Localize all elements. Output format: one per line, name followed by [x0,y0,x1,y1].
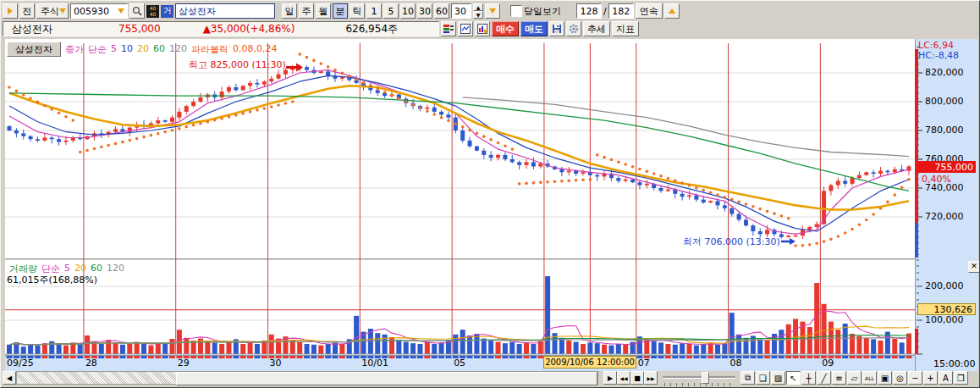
eraser-icon[interactable]: ▱ [847,371,862,385]
chart-scrollbar[interactable] [16,371,598,385]
legend-item: 20 [137,43,149,56]
region-select-icon[interactable]: ▨ [771,371,785,385]
erase-all-icon[interactable]: ALL [862,371,877,385]
code-input[interactable]: 005930 [70,3,128,19]
trendline-tool-icon[interactable]: ╱ [817,371,831,385]
new-window-icon[interactable]: ❒ [954,371,968,385]
replay-rewind-button[interactable]: ◀◀ [617,371,630,385]
replay-speed-slider[interactable] [663,372,735,384]
replay-stop-button[interactable]: ■ [630,371,644,385]
settings-button[interactable] [566,21,581,36]
slider-thumb[interactable] [702,372,709,384]
info-stock-name: 삼성전자 [12,22,52,36]
fibonacci-tool-icon[interactable]: ≡ [832,371,846,385]
chart-export-icon [477,24,487,34]
minute-spinner[interactable]: ▲▼ [473,3,483,19]
legend-item: 종가 [65,43,84,56]
chart-grid-icon: 40 40 [146,5,159,18]
bar-total-input[interactable]: 182 [608,3,634,19]
interval-dropdown-button[interactable] [485,3,500,19]
price-tick-label: 800,000 [925,96,964,107]
collapse-button[interactable] [664,3,680,19]
time-axis-day-label: 09 [822,358,834,369]
price-tick-label: 740,000 [925,182,964,193]
buy-button[interactable]: 매수 [492,21,519,36]
compare-button[interactable] [441,21,456,36]
replay-play-button[interactable]: ▶ [603,371,617,385]
period-button-일[interactable]: 일 [282,3,297,19]
continuous-button[interactable]: 연속 [636,3,663,19]
chart-window: 전 주식 005930 40 40 거 삼성전자 일주월분틱 15103060 … [0,0,980,388]
dayview-checkbox[interactable] [510,5,522,17]
time-axis-day-label: 08 [730,358,742,369]
spinner-down-icon[interactable]: ▼ [473,11,483,19]
sell-button[interactable]: 매도 [520,21,548,36]
zoom-in-icon[interactable]: + [923,371,938,385]
slider-track [663,376,735,379]
time-axis-day-label: 10/01 [361,358,388,369]
price-tick-label: 820,000 [925,67,964,78]
period-button-틱[interactable]: 틱 [350,3,365,19]
chevron-down-icon [118,8,124,14]
minute-button-30[interactable]: 30 [417,3,432,19]
period-button-분[interactable]: 분 [333,3,348,19]
replay-forward-button[interactable]: ▶▶ [644,371,658,385]
chevron-down-icon [489,8,496,14]
save-button[interactable] [549,21,564,36]
spinner-up-icon[interactable]: ▲ [473,3,483,11]
pane-divider[interactable] [5,258,915,261]
stock-info-panel: 삼성전자 755,000 ▲35,000(+4,86%) 626,954주 [3,21,439,36]
zoom-tool-icon[interactable]: ◎ [893,371,907,385]
price-tick-label: 720,000 [925,211,964,222]
chart-export-button[interactable] [475,21,490,36]
price-legend: 종가단순5102060120파라볼릭0,08,0,24 [65,43,277,56]
chart-plot-area[interactable] [5,39,915,355]
dayview-label: 당일보기 [524,5,561,18]
time-axis-day-label: 05 [454,358,465,369]
scrollbar-thumb[interactable] [176,372,597,385]
slider-ticks [664,383,734,386]
layers-icon[interactable]: ⧉ [741,371,755,385]
copy-chart-icon[interactable]: ❏ [756,371,770,385]
close-icon[interactable]: ✕ [968,261,980,273]
minute-button-group: 15103060 [366,3,449,19]
chart-settings-icon [460,24,471,34]
count-separator: / [603,6,607,17]
minute-spin-input[interactable]: 30 [451,3,471,19]
market-select[interactable]: 주식 [36,3,69,19]
chart-image-icon[interactable]: ▣ [878,371,892,385]
bar-count-input[interactable]: 128 [576,3,602,19]
stock-name-field[interactable]: 삼성전자 [175,3,275,19]
symbol-chip[interactable]: 삼성전자 [7,42,61,57]
text-tool-icon[interactable]: A [939,371,953,385]
chart-settings-button[interactable] [458,21,473,36]
time-axis-day-label: 09/25 [7,358,34,369]
expand-button[interactable] [3,3,18,19]
info-volume: 626,954주 [345,22,398,36]
pointer-tool-icon[interactable]: ↖ [786,371,801,385]
zoom-out-icon[interactable]: − [908,371,922,385]
period-button-주[interactable]: 주 [299,3,314,19]
top-toolbar: 전 주식 005930 40 40 거 삼성전자 일주월분틱 15103060 … [3,3,977,19]
info-change: ▲35,000(+4,86%) [203,23,295,35]
minute-button-5[interactable]: 5 [383,3,399,19]
search-button[interactable] [129,3,145,19]
minute-button-10[interactable]: 10 [400,3,416,19]
trend-button[interactable]: 추세 [583,21,610,36]
minute-button-1[interactable]: 1 [366,3,382,19]
gear-icon [569,24,579,34]
indicator-button[interactable]: 지표 [612,21,639,36]
crosshair-tool-icon[interactable]: ┼ [801,371,816,385]
legend-item: 10 [121,43,133,56]
chevron-up-icon [669,8,675,14]
crosshair-time-marker: 2009/10/06 12:00:00 [543,356,636,369]
period-button-월[interactable]: 월 [316,3,331,19]
bottom-toolbar: ◀ ▶ ◀◀ ■ ▶▶ ⧉❏▨↖┼╱≡▱ALL▣◎−+A❒ [3,370,977,385]
scroll-left-button[interactable]: ◀ [3,371,16,385]
prev-stock-button[interactable]: 전 [19,3,35,19]
volume-current-label: 61,015주(168,88%) [7,274,97,286]
minute-button-60[interactable]: 60 [434,3,449,19]
info-toolbar: 삼성전자 755,000 ▲35,000(+4,86%) 626,954주 매수… [3,20,977,37]
legend-item: 단순 [88,43,107,56]
axis-end-time: 15:00:00 [933,358,975,369]
